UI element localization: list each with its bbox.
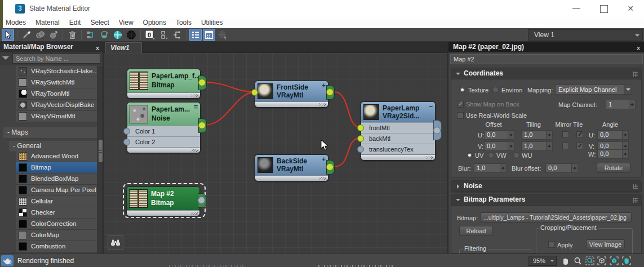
zoom-level-dropdown[interactable]: 95% — [528, 256, 557, 266]
output-socket[interactable] — [198, 79, 206, 86]
layout-all-button[interactable]: 0 — [144, 29, 156, 41]
reload-button[interactable]: Reload — [459, 226, 493, 236]
environ-radio[interactable] — [492, 87, 499, 93]
collapse-icon[interactable]: − — [429, 103, 433, 110]
use-real-world-checkbox[interactable] — [457, 112, 464, 119]
browser-close-icon[interactable]: x — [96, 43, 99, 53]
input-socket[interactable] — [123, 139, 130, 145]
list-item[interactable]: Checker — [16, 207, 97, 219]
menu-modes[interactable]: Modes — [6, 19, 26, 26]
uv-radio[interactable] — [467, 152, 473, 158]
list-item[interactable]: Camera Map Per Pixel — [16, 185, 97, 196]
v-mirror-checkbox[interactable] — [562, 143, 569, 149]
list-item[interactable]: Advanced Wood — [16, 151, 97, 162]
wu-radio[interactable] — [513, 152, 519, 158]
vw-radio[interactable] — [488, 152, 494, 158]
slot-color2[interactable]: Color 2 — [127, 136, 200, 147]
node-header[interactable]: BackSideVRayMtl + — [255, 155, 328, 175]
browser-scrollbar[interactable] — [97, 66, 103, 253]
node-header[interactable]: PaperLam...Noise = — [127, 103, 200, 126]
zoom-tool-button[interactable] — [572, 256, 583, 266]
mapping-dropdown[interactable]: Explicit Map Channel — [555, 84, 632, 95]
list-item[interactable]: VRayVRmatMtl — [16, 111, 97, 122]
list-item[interactable]: VRaySwitchMtl — [16, 77, 97, 88]
toggle-material-map-browser-button[interactable] — [189, 29, 202, 41]
u-tiling-field[interactable]: 1,0 — [521, 130, 553, 140]
maximize-button[interactable] — [590, 0, 616, 17]
list-item[interactable]: VRayVectorDisplBake — [16, 100, 97, 111]
pan-hand-button[interactable] — [561, 256, 571, 266]
search-options-icon[interactable] — [2, 56, 9, 63]
w-angle-field[interactable]: 0,0 — [597, 149, 629, 159]
expand-icon[interactable]: + — [322, 82, 326, 90]
texture-radio[interactable] — [459, 87, 465, 93]
node-header[interactable]: FrontSideVRayMtl + — [255, 81, 328, 101]
output-socket[interactable] — [433, 127, 441, 134]
section-maps[interactable]: - Maps — [3, 127, 97, 139]
v-offset-field[interactable]: 0,0 — [484, 141, 514, 151]
pan-to-selected-button[interactable] — [621, 256, 632, 266]
map-channel-field[interactable]: 1 — [606, 100, 636, 109]
menu-edit[interactable]: Edit — [69, 19, 81, 26]
menu-utilities[interactable]: Utilities — [201, 19, 223, 26]
pick-from-object-button[interactable] — [34, 29, 46, 41]
menu-tools[interactable]: Tools — [176, 19, 192, 26]
expand-icon[interactable]: + — [322, 155, 326, 163]
node-map2-bitmap[interactable]: Map #2Bitmap — [126, 186, 200, 216]
coordinates-rollout-header[interactable]: Coordinates — [451, 68, 641, 79]
show-shaded-material-button[interactable] — [216, 29, 229, 41]
render-status-button[interactable] — [1, 255, 14, 266]
show-map-in-viewport-button[interactable] — [112, 29, 124, 41]
node-frontside[interactable]: FrontSideVRayMtl + — [255, 81, 328, 108]
node-paperlamp-noise[interactable]: PaperLam...Noise = Color 1 Color 2 — [127, 102, 201, 153]
show-map-disabled-button[interactable] — [125, 29, 137, 41]
section-general[interactable]: - General — [9, 141, 97, 152]
u-mirror-checkbox[interactable] — [562, 131, 569, 138]
node-header[interactable]: PaperLampVRay2Sid... − — [361, 102, 435, 122]
node-paperlamp-2sided[interactable]: PaperLampVRay2Sid... − frontMtl backMtl … — [361, 101, 436, 161]
minimize-button[interactable] — [563, 0, 589, 17]
input-socket[interactable] — [357, 135, 364, 142]
output-socket[interactable] — [198, 122, 206, 129]
node-footer[interactable] — [127, 92, 200, 98]
node-footer[interactable] — [361, 154, 435, 160]
show-background-button[interactable] — [98, 29, 110, 41]
v-tiling-field[interactable]: 1,0 — [521, 141, 553, 151]
list-item-selected[interactable]: Bitmap — [16, 162, 97, 173]
slot-translucencytex[interactable]: translucencyTex — [361, 144, 435, 154]
input-socket[interactable] — [251, 89, 258, 96]
close-button[interactable]: ✕ — [618, 0, 643, 17]
output-socket[interactable] — [326, 163, 334, 171]
zoom-extents-button[interactable] — [597, 256, 607, 266]
menu-select[interactable]: Select — [90, 19, 109, 26]
node-view-canvas[interactable]: View1 PaperLamp_f...Bitmap PaperLam...No… — [104, 42, 447, 253]
spinner-icon[interactable] — [629, 100, 635, 109]
node-footer[interactable] — [127, 210, 199, 216]
select-tree-button[interactable] — [171, 29, 183, 41]
scrollbar-handle[interactable] — [99, 140, 103, 162]
rotate-button[interactable]: Rotate — [597, 163, 630, 173]
input-socket[interactable] — [357, 146, 364, 153]
node-footer[interactable] — [255, 175, 328, 181]
noise-rollout-header[interactable]: Noise — [451, 181, 641, 192]
list-item[interactable]: ColorCorrection — [16, 219, 97, 230]
view-image-button[interactable]: View Image — [586, 239, 625, 250]
u-offset-field[interactable]: 0,0 — [484, 130, 514, 140]
list-item[interactable]: VRayToonMtl — [16, 88, 97, 100]
assign-material-button[interactable] — [47, 29, 60, 41]
list-item[interactable]: BlendedBoxMap — [16, 173, 97, 185]
pick-material-button[interactable] — [20, 29, 33, 41]
list-item[interactable]: Cellular — [16, 196, 97, 207]
node-backside[interactable]: BackSideVRayMtl + — [255, 154, 328, 181]
list-item[interactable]: ColorMap — [16, 230, 97, 241]
menu-view[interactable]: View — [119, 19, 134, 26]
search-input[interactable]: Search by Name ... — [12, 54, 100, 64]
zoom-region-button[interactable] — [585, 256, 595, 266]
node-footer[interactable] — [127, 147, 200, 153]
tab-view1[interactable]: View1 — [105, 42, 142, 53]
input-socket[interactable] — [357, 124, 364, 131]
parameter-close-icon[interactable]: x — [637, 43, 640, 53]
chevron-down-icon[interactable] — [624, 85, 632, 94]
bitmap-parameters-rollout-header[interactable]: Bitmap Parameters — [451, 194, 641, 206]
show-map-on-back-checkbox[interactable] — [457, 101, 464, 108]
